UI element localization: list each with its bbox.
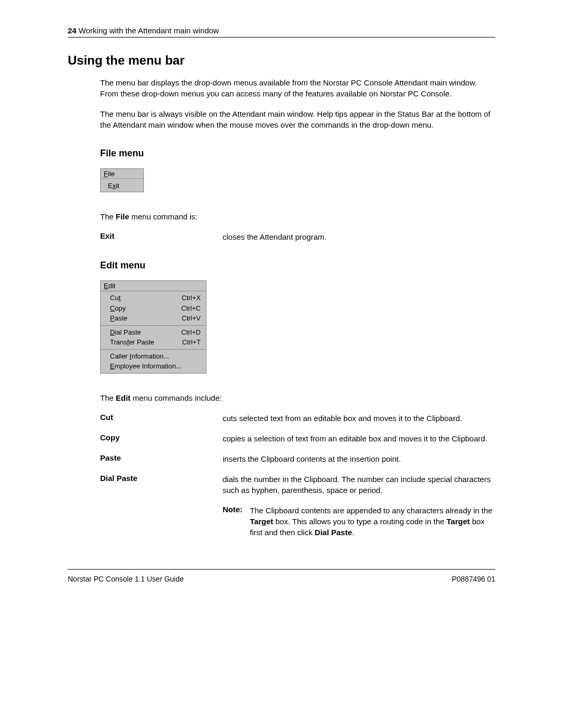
cmd-desc: dials the number in the Clipboard. The n… — [223, 474, 495, 496]
edit-menu-title: Edit — [101, 281, 206, 291]
edit-menu-heading: Edit menu — [100, 260, 495, 271]
file-exit-label: Exit — [100, 231, 223, 242]
cmd-label: Copy — [100, 433, 223, 444]
edit-menu-item: Caller Information... — [101, 351, 206, 362]
file-exit-cmd: Exit closes the Attendant program. — [100, 231, 495, 242]
page-number: 24 — [68, 26, 77, 35]
cmd-desc: inserts the Clipboard contents at the in… — [223, 453, 495, 464]
footer-left: Norstar PC Console 1.1 User Guide — [68, 575, 184, 583]
edit-menu-item: CopyCtrl+C — [101, 303, 206, 314]
edit-menu-item: Transfer PasteCtrl+T — [101, 337, 206, 348]
page-header: 24 Working with the Attendant main windo… — [68, 26, 495, 38]
chapter-title: Working with the Attendant main window — [79, 26, 219, 35]
file-menu-exit: Exit — [101, 179, 143, 192]
cmd-desc: cuts selected text from an editable box … — [223, 413, 495, 424]
page-footer: Norstar PC Console 1.1 User Guide P08874… — [68, 569, 495, 583]
footer-right: P0887496 01 — [452, 575, 495, 583]
edit-menu-item: CutCtrl+X — [101, 293, 206, 303]
note-body: The Clipboard contents are appended to a… — [250, 505, 495, 538]
section-title: Using the menu bar — [68, 53, 495, 68]
edit-menu-item: PasteCtrl+V — [101, 313, 206, 324]
cmd-row: Pasteinserts the Clipboard contents at t… — [100, 453, 495, 464]
edit-menu-screenshot: Edit CutCtrl+XCopyCtrl+CPasteCtrl+V Dial… — [100, 280, 206, 374]
file-exit-desc: closes the Attendant program. — [223, 231, 495, 242]
cmd-row: Copycopies a selection of text from an e… — [100, 433, 495, 444]
cmd-row: Cutcuts selected text from an editable b… — [100, 413, 495, 424]
file-menu-title: File — [101, 169, 143, 179]
cmd-desc: copies a selection of text from an edita… — [223, 433, 495, 444]
edit-menu-item: Employee Information... — [101, 361, 206, 372]
intro-paragraph-1: The menu bar displays the drop-down menu… — [100, 77, 495, 99]
cmd-label: Paste — [100, 453, 223, 464]
intro-paragraph-2: The menu bar is always visible on the At… — [100, 108, 495, 130]
file-menu-heading: File menu — [100, 148, 495, 159]
file-menu-screenshot: File Exit — [100, 168, 144, 192]
note-label: Note: — [223, 505, 250, 538]
edit-menu-intro: The Edit menu commands include: — [100, 392, 495, 403]
cmd-row: Dial Pastedials the number in the Clipbo… — [100, 474, 495, 496]
file-menu-intro: The File menu command is: — [100, 211, 495, 222]
cmd-label: Cut — [100, 413, 223, 424]
dial-paste-note: Note: The Clipboard contents are appende… — [223, 505, 495, 538]
cmd-label: Dial Paste — [100, 474, 223, 496]
edit-menu-item: Dial PasteCtrl+D — [101, 327, 206, 338]
